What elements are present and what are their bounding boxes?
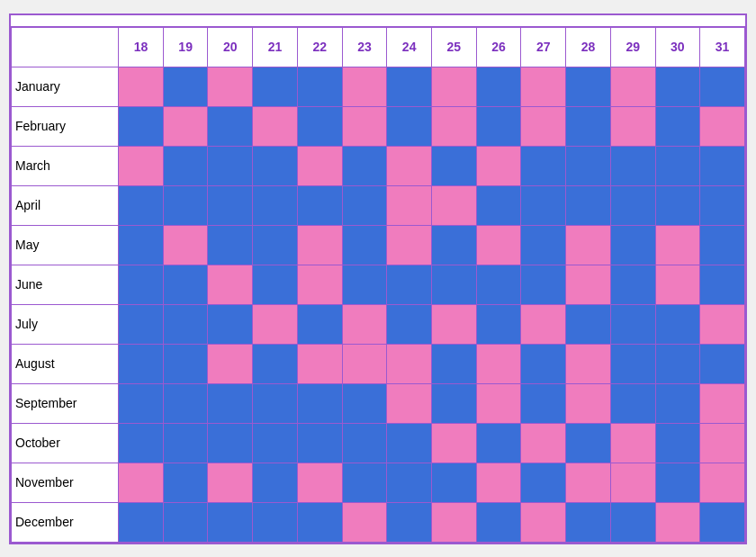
cell-october-age-28 — [566, 423, 611, 463]
cell-june-age-31 — [700, 265, 745, 304]
cell-june-age-18 — [119, 265, 164, 304]
cell-may-age-22 — [297, 225, 342, 265]
month-label-april: April — [12, 185, 119, 225]
chart-wrapper: 1819202122232425262728293031 JanuaryFebr… — [9, 13, 747, 544]
cell-march-age-30 — [655, 146, 700, 185]
cell-february-age-22 — [297, 106, 342, 146]
cell-july-age-20 — [208, 304, 253, 344]
cell-november-age-28 — [566, 463, 611, 502]
cell-february-age-23 — [342, 106, 387, 146]
cell-august-age-18 — [119, 344, 164, 383]
cell-october-age-26 — [476, 423, 521, 463]
age-header-31: 31 — [700, 27, 745, 67]
month-header — [12, 27, 119, 67]
month-label-december: December — [12, 502, 119, 542]
cell-february-age-27 — [521, 106, 566, 146]
month-label-march: March — [12, 146, 119, 185]
cell-august-age-19 — [163, 344, 208, 383]
cell-april-age-19 — [163, 185, 208, 225]
cell-march-age-27 — [521, 146, 566, 185]
cell-november-age-19 — [163, 463, 208, 502]
cell-march-age-23 — [342, 146, 387, 185]
cell-september-age-20 — [208, 383, 253, 423]
cell-may-age-31 — [700, 225, 745, 265]
cell-february-age-24 — [387, 106, 432, 146]
cell-february-age-26 — [476, 106, 521, 146]
row-december: December — [12, 502, 745, 542]
cell-october-age-31 — [700, 423, 745, 463]
cell-july-age-26 — [476, 304, 521, 344]
cell-november-age-22 — [297, 463, 342, 502]
cell-may-age-18 — [119, 225, 164, 265]
cell-january-age-22 — [297, 67, 342, 106]
cell-august-age-31 — [700, 344, 745, 383]
cell-june-age-22 — [297, 265, 342, 304]
cell-january-age-29 — [610, 67, 655, 106]
age-header-24: 24 — [387, 27, 432, 67]
cell-march-age-24 — [387, 146, 432, 185]
cell-july-age-29 — [610, 304, 655, 344]
cell-january-age-27 — [521, 67, 566, 106]
month-label-february: February — [12, 106, 119, 146]
cell-march-age-18 — [119, 146, 164, 185]
month-label-june: June — [12, 265, 119, 304]
cell-september-age-19 — [163, 383, 208, 423]
cell-december-age-28 — [566, 502, 611, 542]
cell-december-age-31 — [700, 502, 745, 542]
cell-october-age-19 — [163, 423, 208, 463]
cell-june-age-23 — [342, 265, 387, 304]
cell-february-age-28 — [566, 106, 611, 146]
cell-october-age-18 — [119, 423, 164, 463]
cell-august-age-24 — [387, 344, 432, 383]
cell-september-age-23 — [342, 383, 387, 423]
cell-august-age-20 — [208, 344, 253, 383]
cell-august-age-27 — [521, 344, 566, 383]
cell-may-age-25 — [432, 225, 477, 265]
cell-june-age-19 — [163, 265, 208, 304]
cell-may-age-19 — [163, 225, 208, 265]
cell-september-age-28 — [566, 383, 611, 423]
cell-may-age-21 — [253, 225, 298, 265]
cell-november-age-30 — [655, 463, 700, 502]
cell-december-age-27 — [521, 502, 566, 542]
cell-november-age-18 — [119, 463, 164, 502]
cell-november-age-21 — [253, 463, 298, 502]
cell-december-age-21 — [253, 502, 298, 542]
age-header-22: 22 — [297, 27, 342, 67]
cell-february-age-19 — [163, 106, 208, 146]
cell-december-age-29 — [610, 502, 655, 542]
cell-september-age-29 — [610, 383, 655, 423]
age-header-26: 26 — [476, 27, 521, 67]
cell-october-age-21 — [253, 423, 298, 463]
cell-april-age-20 — [208, 185, 253, 225]
cell-april-age-18 — [119, 185, 164, 225]
cell-february-age-20 — [208, 106, 253, 146]
row-june: June — [12, 265, 745, 304]
cell-september-age-24 — [387, 383, 432, 423]
cell-may-age-26 — [476, 225, 521, 265]
cell-may-age-30 — [655, 225, 700, 265]
cell-april-age-24 — [387, 185, 432, 225]
month-label-january: January — [12, 67, 119, 106]
cell-may-age-20 — [208, 225, 253, 265]
cell-january-age-19 — [163, 67, 208, 106]
cell-february-age-18 — [119, 106, 164, 146]
age-header-30: 30 — [655, 27, 700, 67]
age-header-18: 18 — [119, 27, 164, 67]
cell-october-age-29 — [610, 423, 655, 463]
cell-march-age-26 — [476, 146, 521, 185]
cell-december-age-20 — [208, 502, 253, 542]
cell-may-age-29 — [610, 225, 655, 265]
cell-february-age-31 — [700, 106, 745, 146]
row-january: January — [12, 67, 745, 106]
cell-december-age-25 — [432, 502, 477, 542]
cell-september-age-26 — [476, 383, 521, 423]
cell-march-age-28 — [566, 146, 611, 185]
row-may: May — [12, 225, 745, 265]
cell-june-age-29 — [610, 265, 655, 304]
cell-may-age-27 — [521, 225, 566, 265]
row-september: September — [12, 383, 745, 423]
cell-january-age-23 — [342, 67, 387, 106]
cell-october-age-23 — [342, 423, 387, 463]
cell-august-age-23 — [342, 344, 387, 383]
